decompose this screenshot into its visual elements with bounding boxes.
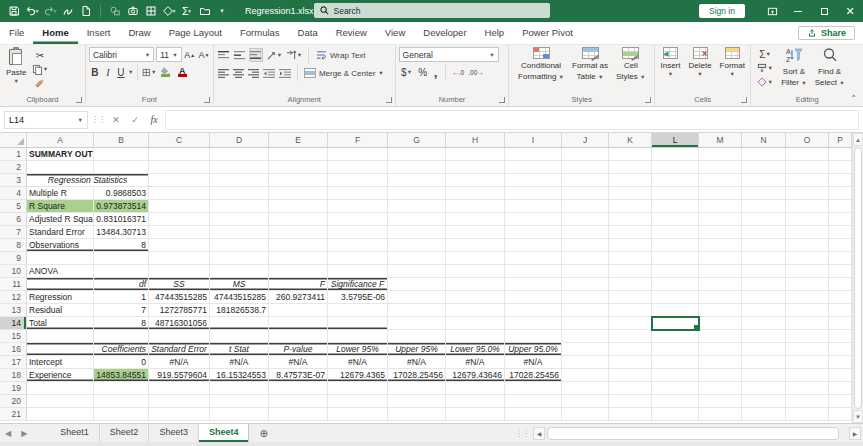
- merge-center-caret[interactable]: ▼: [378, 70, 383, 76]
- sort-filter-caret[interactable]: ▼: [801, 80, 806, 86]
- cell-O7[interactable]: [786, 226, 829, 239]
- cell-C6[interactable]: [149, 213, 210, 226]
- cell-K10[interactable]: [609, 265, 652, 278]
- cell-B11[interactable]: df: [94, 278, 149, 291]
- cell-C1[interactable]: [149, 148, 210, 161]
- cell-E9[interactable]: [269, 252, 328, 265]
- cell-E2[interactable]: [269, 161, 328, 174]
- cell-K15[interactable]: [609, 330, 652, 343]
- cell-E19[interactable]: [269, 382, 328, 395]
- sheet-tab-sheet3[interactable]: Sheet3: [149, 424, 199, 442]
- cell-I16[interactable]: Upper 95.0%: [505, 343, 562, 356]
- cell-P14[interactable]: [829, 317, 852, 330]
- vertical-scroll-thumb[interactable]: [854, 147, 862, 409]
- delete-cells-button[interactable]: ✕ Delete ▼: [685, 47, 714, 79]
- sheet-tab-sheet2[interactable]: Sheet2: [100, 424, 150, 442]
- conditional-formatting-button[interactable]: Conditional Formatting ▼: [515, 47, 567, 82]
- undo-icon[interactable]: ▼: [24, 2, 40, 20]
- tab-power-pivot[interactable]: Power Pivot: [513, 22, 582, 44]
- font-dialog-launcher-icon[interactable]: [204, 97, 210, 103]
- cell-F2[interactable]: [328, 161, 388, 174]
- cell-J3[interactable]: [562, 174, 609, 187]
- cell-K8[interactable]: [609, 239, 652, 252]
- orientation-icon[interactable]: ▼: [265, 48, 283, 62]
- cell-I17[interactable]: #N/A: [505, 356, 562, 369]
- cell-F1[interactable]: [328, 148, 388, 161]
- row-header-19[interactable]: 19: [0, 382, 27, 395]
- cell-A18[interactable]: Experience: [27, 369, 94, 382]
- cell-E4[interactable]: [269, 187, 328, 200]
- cell-M5[interactable]: [699, 200, 742, 213]
- cell-K5[interactable]: [609, 200, 652, 213]
- comma-style-icon[interactable]: ,: [431, 65, 441, 79]
- conditional-formatting-caret[interactable]: ▼: [559, 74, 564, 80]
- cell-I21[interactable]: [505, 408, 562, 421]
- cell-B17[interactable]: 0: [94, 356, 149, 369]
- alignment-dialog-launcher-icon[interactable]: [386, 97, 392, 103]
- cell-H21[interactable]: [446, 408, 505, 421]
- cell-O14[interactable]: [786, 317, 829, 330]
- row-header-15[interactable]: 15: [0, 330, 27, 343]
- cell-N5[interactable]: [742, 200, 786, 213]
- cell-P21[interactable]: [829, 408, 852, 421]
- cell-J7[interactable]: [562, 226, 609, 239]
- cell-J11[interactable]: [562, 278, 609, 291]
- cell-B10[interactable]: [94, 265, 149, 278]
- column-header-D[interactable]: D: [210, 133, 269, 147]
- cell-L8[interactable]: [652, 239, 699, 252]
- cell-K13[interactable]: [609, 304, 652, 317]
- cell-G15[interactable]: [388, 330, 446, 343]
- name-box-caret[interactable]: ▼: [78, 117, 83, 123]
- cell-G1[interactable]: [388, 148, 446, 161]
- cell-P2[interactable]: [829, 161, 852, 174]
- formula-bar-splitter[interactable]: ⋮⋮: [91, 115, 105, 124]
- cell-E6[interactable]: [269, 213, 328, 226]
- cell-E3[interactable]: [269, 174, 328, 187]
- cell-styles-button[interactable]: Cell Styles ▼: [613, 47, 648, 82]
- cell-I12[interactable]: [505, 291, 562, 304]
- cell-L5[interactable]: [652, 200, 699, 213]
- cell-B9[interactable]: [94, 252, 149, 265]
- cell-C4[interactable]: [149, 187, 210, 200]
- cell-O10[interactable]: [786, 265, 829, 278]
- cell-J20[interactable]: [562, 395, 609, 408]
- cell-H3[interactable]: [446, 174, 505, 187]
- column-header-I[interactable]: I: [505, 133, 562, 147]
- cell-K9[interactable]: [609, 252, 652, 265]
- cell-N16[interactable]: [742, 343, 786, 356]
- cell-J14[interactable]: [562, 317, 609, 330]
- cell-L12[interactable]: [652, 291, 699, 304]
- cell-H14[interactable]: [446, 317, 505, 330]
- sheet-nav-right-icon[interactable]: ▶: [16, 424, 32, 442]
- cell-A9[interactable]: [27, 252, 94, 265]
- table-borders-icon[interactable]: [143, 2, 159, 20]
- fill-color-icon[interactable]: ▼: [157, 65, 173, 79]
- cell-D15[interactable]: [210, 330, 269, 343]
- cell-O2[interactable]: [786, 161, 829, 174]
- cell-D2[interactable]: [210, 161, 269, 174]
- row-header-9[interactable]: 9: [0, 252, 27, 265]
- cell-M7[interactable]: [699, 226, 742, 239]
- tab-developer[interactable]: Developer: [414, 22, 475, 44]
- cell-A7[interactable]: Standard Error: [27, 226, 94, 239]
- insert-caret[interactable]: ▼: [668, 70, 673, 79]
- cell-N6[interactable]: [742, 213, 786, 226]
- cell-J9[interactable]: [562, 252, 609, 265]
- cell-D12[interactable]: 47443515285: [210, 291, 269, 304]
- cell-O1[interactable]: [786, 148, 829, 161]
- cell-G13[interactable]: [388, 304, 446, 317]
- cell-C5[interactable]: [149, 200, 210, 213]
- cell-G11[interactable]: [388, 278, 446, 291]
- cell-O5[interactable]: [786, 200, 829, 213]
- cell-C12[interactable]: 47443515285: [149, 291, 210, 304]
- italic-button[interactable]: I: [102, 65, 114, 79]
- row-header-4[interactable]: 4: [0, 187, 27, 200]
- cell-F4[interactable]: [328, 187, 388, 200]
- name-box[interactable]: L14▼: [4, 111, 88, 129]
- cell-M13[interactable]: [699, 304, 742, 317]
- cell-P10[interactable]: [829, 265, 852, 278]
- column-header-P[interactable]: P: [829, 133, 852, 147]
- cell-B15[interactable]: [94, 330, 149, 343]
- cell-B4[interactable]: 0.9868503: [94, 187, 149, 200]
- cell-J19[interactable]: [562, 382, 609, 395]
